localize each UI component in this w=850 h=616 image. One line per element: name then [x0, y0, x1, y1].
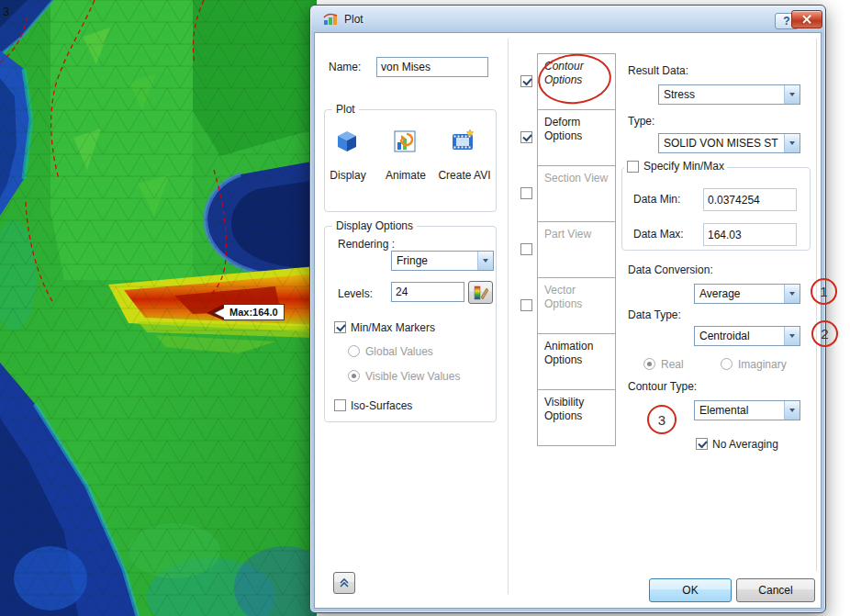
max-value-callout: Max:164.0	[223, 304, 285, 320]
cancel-button[interactable]: Cancel	[736, 578, 815, 602]
rendering-value: Fringe	[392, 254, 477, 267]
levels-colormap-button[interactable]	[468, 281, 493, 304]
levels-label: Levels:	[338, 287, 373, 300]
scene-corner-label: 3	[3, 5, 9, 18]
data-conversion-value: Average	[695, 287, 784, 300]
contour-type-label: Contour Type:	[628, 380, 697, 393]
plot-app-icon	[323, 12, 338, 27]
tab-vector-options[interactable]: Vector Options	[537, 277, 616, 334]
type-value: SOLID VON MISES ST	[659, 137, 784, 150]
result-data-value: Stress	[659, 88, 784, 101]
tab-animation-options[interactable]: Animation Options	[537, 333, 616, 390]
specify-minmax-checkbox[interactable]	[627, 161, 639, 173]
no-averaging-label: No Averaging	[712, 438, 778, 451]
left-separator	[508, 39, 509, 594]
deform-options-checkbox[interactable]	[520, 131, 532, 143]
data-type-select[interactable]: Centroidal	[694, 326, 800, 346]
visible-view-values-label: Visible View Values	[365, 370, 460, 383]
double-chevron-up-icon	[339, 577, 350, 588]
animate-icon	[392, 129, 418, 154]
colormap-edit-icon	[473, 285, 489, 301]
data-conversion-label: Data Conversion:	[628, 263, 713, 276]
plot-group: Plot	[324, 109, 497, 212]
chevron-down-icon[interactable]	[784, 285, 800, 303]
annotation-circle-2: 2	[811, 320, 838, 347]
tab-visibility-options-label: Visibility Options	[544, 396, 584, 422]
right-separator	[816, 39, 817, 571]
collapse-dialog-button[interactable]	[333, 572, 355, 594]
result-data-select[interactable]: Stress	[658, 84, 800, 105]
ok-button[interactable]: OK	[649, 578, 732, 602]
data-type-value: Centroidal	[695, 330, 784, 342]
contour-type-value: Elemental	[695, 404, 784, 417]
dialog-titlebar[interactable]: Plot ?	[310, 6, 825, 32]
vector-options-checkbox[interactable]	[520, 299, 532, 311]
tab-deform-options[interactable]: Deform Options	[537, 109, 616, 166]
close-button[interactable]	[791, 10, 822, 28]
plot-group-title: Plot	[332, 103, 359, 116]
tab-deform-options-label: Deform Options	[544, 116, 582, 142]
real-radio	[643, 358, 655, 370]
imaginary-radio	[721, 358, 733, 370]
part-view-checkbox[interactable]	[520, 243, 532, 255]
specify-minmax-label: Specify Min/Max	[643, 160, 724, 173]
contour-type-select[interactable]: Elemental	[694, 400, 800, 420]
data-max-input[interactable]	[703, 223, 797, 246]
data-min-input[interactable]	[703, 188, 797, 211]
data-type-label: Data Type:	[628, 308, 681, 321]
tab-animation-options-label: Animation Options	[544, 340, 593, 366]
chevron-down-icon[interactable]	[784, 327, 800, 345]
iso-surfaces-label: Iso-Surfaces	[351, 399, 412, 412]
display-button[interactable]	[333, 128, 361, 155]
annotation-circle-3: 3	[647, 405, 677, 434]
no-averaging-checkbox[interactable]	[696, 438, 708, 450]
tab-visibility-options[interactable]: Visibility Options	[537, 389, 616, 446]
chevron-down-icon[interactable]	[784, 401, 800, 420]
global-values-radio	[348, 345, 360, 357]
imaginary-label: Imaginary	[738, 358, 787, 371]
name-label: Name:	[329, 61, 361, 73]
iso-surfaces-checkbox[interactable]	[334, 399, 346, 411]
real-label: Real	[661, 358, 684, 371]
rendering-label: Rendering :	[338, 238, 395, 251]
levels-input[interactable]	[391, 282, 464, 302]
dialog-title: Plot	[344, 13, 363, 26]
display-button-label: Display	[327, 169, 369, 182]
chevron-down-icon[interactable]	[477, 252, 493, 270]
tab-vector-options-label: Vector Options	[544, 284, 582, 310]
tab-section-view-label: Section View	[544, 172, 608, 185]
create-avi-button[interactable]	[449, 128, 476, 155]
tab-section-view[interactable]: Section View	[537, 165, 616, 222]
data-min-label: Data Min:	[633, 193, 680, 206]
chevron-down-icon[interactable]	[784, 134, 800, 152]
global-values-label: Global Values	[365, 345, 433, 358]
animate-button-label: Animate	[384, 169, 428, 182]
visible-view-values-radio	[348, 370, 360, 382]
create-avi-icon	[450, 129, 475, 154]
annotation-circle-1: 1	[811, 278, 837, 305]
screen: 3 Max:164.0 Plot ? Name: Plot	[0, 0, 850, 616]
result-data-label: Result Data:	[628, 64, 688, 77]
tab-part-view-label: Part View	[544, 228, 591, 241]
minmax-markers-checkbox[interactable]	[334, 321, 346, 333]
display-options-title: Display Options	[332, 219, 417, 232]
tab-part-view[interactable]: Part View	[537, 221, 616, 278]
type-select[interactable]: SOLID VON MISES ST	[658, 133, 800, 153]
type-label: Type:	[628, 115, 654, 128]
chevron-down-icon[interactable]	[784, 85, 800, 104]
create-avi-button-label: Create AVI	[437, 169, 492, 182]
data-conversion-select[interactable]: Average	[694, 284, 800, 304]
name-input[interactable]	[376, 57, 488, 77]
close-icon	[801, 14, 812, 25]
minmax-markers-label: Min/Max Markers	[351, 321, 435, 334]
specify-minmax-row: Specify Min/Max	[624, 160, 727, 173]
section-view-checkbox[interactable]	[520, 187, 532, 199]
contour-options-checkbox[interactable]	[520, 75, 532, 87]
display-icon	[334, 129, 360, 154]
rendering-select[interactable]: Fringe	[391, 251, 494, 271]
data-max-label: Data Max:	[633, 228, 684, 241]
animate-button[interactable]	[391, 128, 419, 155]
